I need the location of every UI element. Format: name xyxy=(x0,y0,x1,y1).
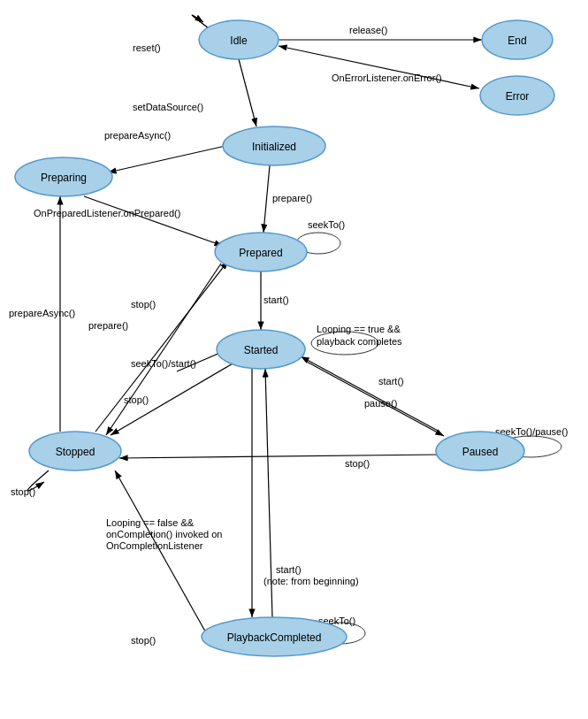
label-state-started: Started xyxy=(244,344,279,356)
label-idle-end: release() xyxy=(349,25,387,35)
arrow-preparing-prepared xyxy=(84,196,223,246)
arrow-stopped-prepared xyxy=(95,261,228,432)
label-stop-paused: stop() xyxy=(345,458,370,469)
label-stop-stopped: stop() xyxy=(11,486,35,497)
arrow-prepared-stopped xyxy=(106,264,221,435)
label-prepare-init: prepare() xyxy=(272,193,312,203)
arrow-playback-stopped xyxy=(115,470,212,644)
label-start-paused: start() xyxy=(378,376,404,386)
label-start-playback-1: start() xyxy=(276,564,302,575)
label-state-initialized: Initialized xyxy=(252,141,296,153)
arrow-paused-started xyxy=(301,356,439,432)
label-state-stopped: Stopped xyxy=(56,446,95,458)
label-state-prepared: Prepared xyxy=(239,247,282,259)
label-prepareasync-init: prepareAsync() xyxy=(104,130,171,141)
label-reset: reset() xyxy=(133,42,161,53)
label-state-idle: Idle xyxy=(230,34,248,47)
label-looping-false-2: onCompletion() invoked on xyxy=(106,529,222,539)
label-looping-true-2: playback completes xyxy=(317,336,402,347)
label-seekto-prepared: seekTo() xyxy=(308,219,345,230)
arrow-init-preparing xyxy=(108,146,225,172)
label-idle-error: OnErrorListener.onError() xyxy=(332,73,442,83)
label-stop-prepared: stop() xyxy=(131,299,156,310)
label-state-playbackcompleted: PlaybackCompleted xyxy=(227,631,322,644)
label-state-paused: Paused xyxy=(462,446,499,458)
label-stop-started: stop() xyxy=(124,394,149,405)
label-start-prepared: start() xyxy=(263,294,289,305)
arrow-init-prepared xyxy=(263,165,270,233)
label-looping-false-1: Looping == false && xyxy=(106,517,195,528)
label-onprepared: OnPreparedListener.onPrepared() xyxy=(34,208,180,218)
label-state-error: Error xyxy=(506,90,530,103)
label-state-end: End xyxy=(508,34,526,47)
arrow-paused-stopped xyxy=(119,455,440,458)
label-prepareasync-stopped: prepareAsync() xyxy=(9,308,75,318)
label-stop-playback: stop() xyxy=(131,635,156,646)
label-prepare-stopped: prepare() xyxy=(88,320,128,331)
arrow-idle-initialized xyxy=(239,59,256,126)
label-setdatasource: setDataSource() xyxy=(133,102,203,112)
label-state-preparing: Preparing xyxy=(41,172,87,184)
label-looping-true-1: Looping == true && xyxy=(317,324,401,334)
label-start-playback-2: (note: from beginning) xyxy=(263,576,359,586)
